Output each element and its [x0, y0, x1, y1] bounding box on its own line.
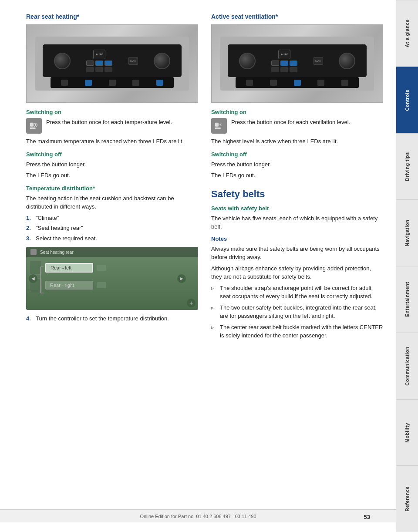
- footer-text: Online Edition for Part no. 01 40 2 606 …: [140, 514, 256, 519]
- bullet-arrow-2: ▹: [211, 304, 216, 320]
- right-switching-off-text1: Press the button longer.: [211, 160, 383, 169]
- sidebar-tab-mobility[interactable]: Mobility: [396, 399, 418, 466]
- bullet-item-2: ▹ The two outer safety belt buckles, int…: [211, 303, 383, 320]
- rear-seat-heating-image: AUTO: [26, 24, 198, 103]
- left-switching-off-text2: The LEDs go out.: [26, 171, 198, 180]
- list-item-4: 4. Turn the controller to set the temper…: [26, 314, 198, 323]
- left-switching-on-text1: Press the button once for each temper-at…: [46, 118, 172, 127]
- nav-arrow-right[interactable]: ▶: [177, 274, 186, 283]
- screen-header-icon: [30, 249, 37, 255]
- temp-dist-text: The heating action in the seat cushion a…: [26, 194, 198, 211]
- screen-title: Seat heating rear: [40, 250, 74, 255]
- seat-heating-rear-screen: Seat heating rear Rear - left: [26, 247, 198, 310]
- svg-rect-1: [30, 128, 36, 129]
- active-ventilation-image: AUTO: [211, 24, 383, 103]
- left-column: Rear seat heating* AUTO: [26, 13, 198, 343]
- plus-button[interactable]: +: [187, 299, 196, 307]
- svg-rect-6: [215, 128, 221, 129]
- right-switching-on-text1: Press the button once for each ventilati…: [231, 118, 350, 127]
- svg-point-8: [221, 125, 222, 126]
- seat-heat-icon: [26, 118, 42, 134]
- svg-rect-5: [215, 123, 219, 127]
- page-number: 53: [364, 514, 370, 520]
- sidebar-tab-driving-tips[interactable]: Driving tips: [396, 133, 418, 200]
- bullet-arrow-3: ▹: [211, 323, 216, 340]
- rear-left-row: Rear - left: [30, 261, 195, 275]
- svg-point-7: [221, 124, 222, 125]
- right-switching-on-title: Switching on: [211, 109, 383, 115]
- list-item-1: 1. "Climate": [26, 214, 198, 222]
- sidebar-tab-at-a-glance[interactable]: At a glance: [396, 0, 418, 67]
- sidebar-tab-entertainment[interactable]: Entertainment: [396, 266, 418, 333]
- climate-knob-left: [54, 53, 71, 69]
- bullet-item-1: ▹ The shoulder strap's anchorage point w…: [211, 284, 383, 301]
- notes-text1: Always make sure that safety belts are b…: [211, 245, 383, 262]
- safety-belts-title: Safety belts: [211, 189, 383, 200]
- sidebar-tab-controls[interactable]: Controls: [396, 67, 418, 133]
- svg-rect-0: [30, 123, 34, 127]
- climate-knob-right: [154, 53, 170, 69]
- nav-arrow-left[interactable]: ◀: [29, 274, 37, 283]
- seats-text: The vehicle has five seats, each of whic…: [211, 214, 383, 231]
- left-switching-off-text1: Press the button longer.: [26, 160, 198, 169]
- rear-right-row: Rear - right: [30, 278, 195, 292]
- notes-text2: Although airbags enhance safety by provi…: [211, 264, 383, 281]
- notes-title: Notes: [211, 236, 383, 242]
- right-section-title: Active seat ventilation*: [211, 13, 383, 20]
- seats-with-safety-belt-title: Seats with safety belt: [211, 205, 383, 212]
- sidebar-tab-navigation[interactable]: Navigation: [396, 199, 418, 266]
- right-switching-off-title: Switching off: [211, 151, 383, 158]
- sidebar: At a glance Controls Driving tips Naviga…: [396, 0, 418, 532]
- footer-bar: Online Edition for Part no. 01 40 2 606 …: [0, 509, 396, 522]
- seat-vent-icon: [211, 118, 227, 134]
- bullet-item-3: ▹ The center rear seat belt buckle marke…: [211, 323, 383, 340]
- sidebar-tab-communication[interactable]: Communication: [396, 333, 418, 399]
- rear-left-label: Rear - left: [45, 263, 93, 273]
- left-switching-on-row: Press the button once for each temper-at…: [26, 118, 198, 134]
- left-switching-on-title: Switching on: [26, 109, 198, 115]
- right-column: Active seat ventilation* AUTO: [211, 13, 383, 343]
- temp-dist-title: Temperature distribution*: [26, 185, 198, 192]
- bullet-arrow-1: ▹: [211, 284, 216, 301]
- right-switching-on-text2: The highest level is active when three L…: [211, 137, 383, 146]
- list-item-2: 2. "Seat heating rear": [26, 224, 198, 232]
- list-item-3: 3. Select the required seat.: [26, 234, 198, 243]
- left-switching-off-title: Switching off: [26, 151, 198, 158]
- left-section-title: Rear seat heating*: [26, 13, 198, 20]
- right-switching-off-text2: The LEDs go out.: [211, 171, 383, 180]
- rear-right-label: Rear - right: [45, 281, 93, 290]
- main-content: Rear seat heating* AUTO: [0, 0, 396, 522]
- left-switching-on-text2: The maximum temperature is reached when …: [26, 137, 198, 146]
- two-column-layout: Rear seat heating* AUTO: [26, 13, 383, 343]
- sidebar-tab-reference[interactable]: Reference: [396, 465, 418, 532]
- right-switching-on-row: Press the button once for each ventilati…: [211, 118, 383, 134]
